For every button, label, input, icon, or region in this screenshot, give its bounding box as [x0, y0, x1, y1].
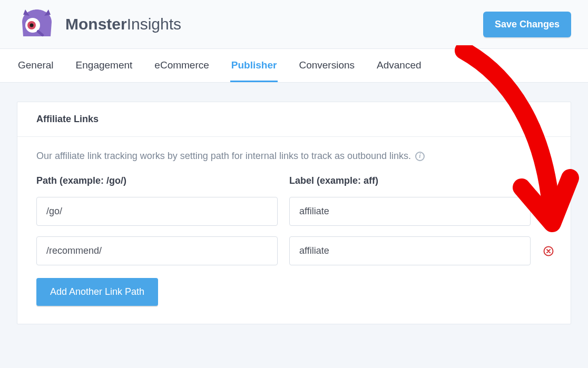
delete-icon	[543, 206, 554, 217]
tab-general[interactable]: General	[17, 49, 55, 82]
delete-icon	[543, 246, 554, 256]
column-header-label: Label (example: aff)	[289, 175, 531, 186]
path-input[interactable]	[36, 197, 278, 226]
svg-point-2	[30, 24, 34, 27]
tab-advanced[interactable]: Advanced	[376, 49, 423, 82]
column-header-path: Path (example: /go/)	[36, 175, 278, 186]
affiliate-links-panel: Affiliate Links Our affiliate link track…	[17, 102, 571, 324]
add-link-path-button[interactable]: Add Another Link Path	[36, 278, 158, 306]
panel-body: Our affiliate link tracking works by set…	[17, 137, 571, 324]
save-button[interactable]: Save Changes	[483, 12, 571, 37]
tab-ecommerce[interactable]: eCommerce	[153, 49, 210, 82]
header-bar: MonsterInsights Save Changes	[0, 0, 588, 49]
delete-row-button[interactable]	[542, 205, 555, 218]
brand: MonsterInsights	[18, 7, 181, 41]
panel-wrap: Affiliate Links Our affiliate link track…	[0, 83, 588, 343]
brand-name-light: Insights	[127, 15, 181, 33]
settings-tabs: General Engagement eCommerce Publisher C…	[0, 49, 588, 83]
label-input[interactable]	[289, 197, 531, 226]
panel-description: Our affiliate link tracking works by set…	[36, 151, 411, 162]
delete-row-button[interactable]	[542, 245, 555, 257]
label-input[interactable]	[289, 236, 531, 265]
brand-name-bold: Monster	[65, 15, 127, 33]
affiliate-links-grid: Path (example: /go/) Label (example: aff…	[36, 175, 552, 265]
tab-conversions[interactable]: Conversions	[298, 49, 356, 82]
tab-engagement[interactable]: Engagement	[75, 49, 134, 82]
info-icon[interactable]: i	[415, 152, 425, 161]
brand-logo-icon	[18, 7, 56, 41]
tab-publisher[interactable]: Publisher	[230, 49, 278, 82]
panel-description-row: Our affiliate link tracking works by set…	[36, 151, 552, 162]
path-input[interactable]	[36, 236, 278, 265]
brand-name: MonsterInsights	[65, 15, 181, 33]
panel-title: Affiliate Links	[17, 102, 571, 137]
